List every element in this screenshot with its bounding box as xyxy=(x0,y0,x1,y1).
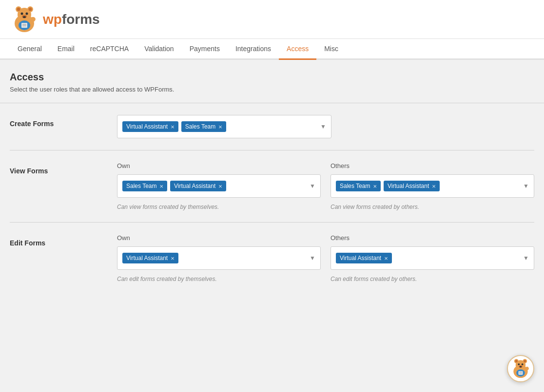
edit-forms-own-group: Own Virtual Assistant × ▼ Can edit forms… xyxy=(117,234,321,282)
page-description: Select the user roles that are allowed a… xyxy=(10,86,534,93)
edit-forms-own-label: Own xyxy=(117,234,321,242)
tag-sales-team-create: Sales Team × xyxy=(181,121,226,132)
view-forms-own-hint: Can view forms created by themselves. xyxy=(117,204,321,210)
view-forms-others-select[interactable]: Sales Team × Virtual Assistant × ▼ xyxy=(330,174,534,198)
nav-tabs: General Email reCAPTCHA Validation Payme… xyxy=(0,39,544,60)
logo: wpforms xyxy=(10,5,100,34)
tab-access[interactable]: Access xyxy=(279,39,316,60)
tag-virtual-assistant-edit-own: Virtual Assistant × xyxy=(122,253,178,263)
logo-bear-icon xyxy=(10,5,39,34)
edit-forms-label: Edit Forms xyxy=(10,234,117,247)
create-forms-dropdown-icon: ▼ xyxy=(320,123,326,130)
view-forms-others-hint: Can view forms created by others. xyxy=(330,204,534,210)
edit-forms-others-select[interactable]: Virtual Assistant × ▼ xyxy=(330,246,534,270)
tab-misc[interactable]: Misc xyxy=(316,39,346,60)
tag-remove-sales-team-view-own[interactable]: × xyxy=(159,183,163,189)
tab-integrations[interactable]: Integrations xyxy=(228,39,279,60)
svg-point-9 xyxy=(23,16,26,18)
tag-remove-virtual-assistant-edit-others[interactable]: × xyxy=(384,255,388,261)
edit-forms-own-hint: Can edit forms created by themselves. xyxy=(117,276,321,282)
tab-validation[interactable]: Validation xyxy=(136,39,181,60)
create-forms-fields: Virtual Assistant × Sales Team × ▼ xyxy=(117,115,534,138)
view-forms-own-dropdown-icon: ▼ xyxy=(310,183,315,189)
tab-general[interactable]: General xyxy=(10,39,50,60)
tag-remove-virtual-assistant-create[interactable]: × xyxy=(171,124,175,130)
edit-forms-others-hint: Can edit forms created by others. xyxy=(330,276,534,282)
edit-forms-others-group: Others Virtual Assistant × ▼ Can edit fo… xyxy=(330,234,534,282)
edit-forms-own-dropdown-icon: ▼ xyxy=(310,255,315,261)
tag-virtual-assistant-edit-others: Virtual Assistant × xyxy=(336,253,392,263)
create-forms-row: Create Forms Virtual Assistant × Sales T… xyxy=(10,103,534,150)
view-forms-own-label: Own xyxy=(117,162,321,169)
tag-sales-team-view-own: Sales Team × xyxy=(122,181,167,191)
view-forms-row: View Forms Own Sales Team × Virtual Assi… xyxy=(10,150,534,223)
view-forms-others-label: Others xyxy=(330,162,534,169)
edit-forms-own-select[interactable]: Virtual Assistant × ▼ xyxy=(117,246,321,270)
view-forms-fields: Own Sales Team × Virtual Assistant × ▼ C… xyxy=(117,162,534,210)
tab-recaptcha[interactable]: reCAPTCHA xyxy=(82,39,136,60)
edit-forms-others-dropdown-icon: ▼ xyxy=(523,255,529,261)
tag-remove-virtual-assistant-view-others[interactable]: × xyxy=(432,183,436,189)
edit-forms-fields: Own Virtual Assistant × ▼ Can edit forms… xyxy=(117,234,534,282)
tab-email[interactable]: Email xyxy=(50,39,82,60)
tag-remove-sales-team-view-others[interactable]: × xyxy=(373,183,377,189)
tag-remove-virtual-assistant-edit-own[interactable]: × xyxy=(171,255,175,261)
tag-remove-sales-team-create[interactable]: × xyxy=(218,124,222,130)
tag-sales-team-view-others: Sales Team × xyxy=(336,181,381,191)
tag-virtual-assistant-create: Virtual Assistant × xyxy=(122,121,178,132)
svg-point-5 xyxy=(29,7,32,11)
main-content: Access Select the user roles that are al… xyxy=(0,60,544,306)
create-forms-field: Virtual Assistant × Sales Team × ▼ xyxy=(117,115,331,138)
create-forms-select[interactable]: Virtual Assistant × Sales Team × ▼ xyxy=(117,115,331,138)
view-forms-others-dropdown-icon: ▼ xyxy=(523,183,529,189)
tag-remove-virtual-assistant-view-own[interactable]: × xyxy=(218,183,222,189)
svg-point-4 xyxy=(17,7,20,11)
view-forms-label: View Forms xyxy=(10,162,117,175)
tag-virtual-assistant-view-others: Virtual Assistant × xyxy=(384,181,440,191)
svg-point-7 xyxy=(26,12,28,15)
page-title: Access xyxy=(10,72,534,83)
tab-payments[interactable]: Payments xyxy=(182,39,228,60)
svg-point-6 xyxy=(21,12,23,15)
view-forms-own-group: Own Sales Team × Virtual Assistant × ▼ C… xyxy=(117,162,321,210)
edit-forms-row: Edit Forms Own Virtual Assistant × ▼ Can… xyxy=(10,223,534,294)
svg-rect-12 xyxy=(21,23,27,28)
view-forms-own-select[interactable]: Sales Team × Virtual Assistant × ▼ xyxy=(117,174,321,198)
tag-virtual-assistant-view-own: Virtual Assistant × xyxy=(170,181,226,191)
view-forms-others-group: Others Sales Team × Virtual Assistant × … xyxy=(330,162,534,210)
logo-text: wpforms xyxy=(43,12,100,27)
create-forms-label: Create Forms xyxy=(10,115,117,128)
header: wpforms xyxy=(0,0,544,39)
edit-forms-others-label: Others xyxy=(330,234,534,242)
